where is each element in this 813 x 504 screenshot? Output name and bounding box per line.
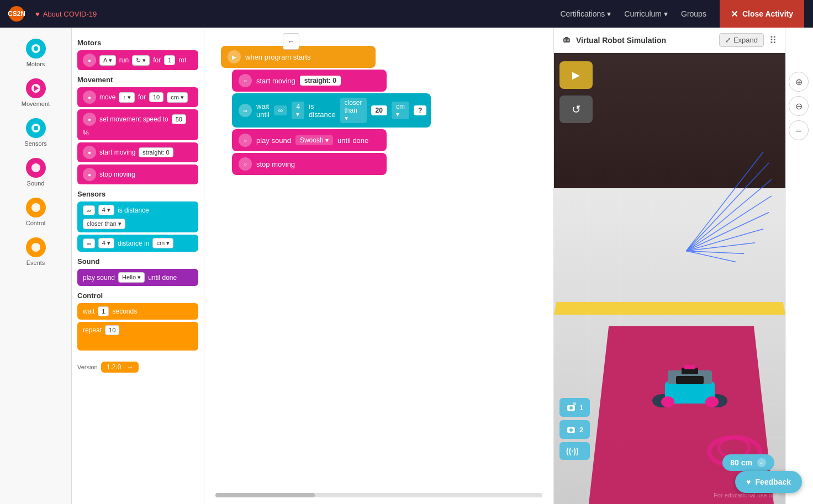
svg-point-7	[31, 203, 40, 212]
sound-section-title: Sound	[77, 257, 198, 266]
camera-1-button[interactable]: 1	[559, 398, 590, 417]
sim-controls: ⤢ Expand ⠿	[719, 33, 778, 47]
svg-point-35	[569, 428, 573, 432]
svg-rect-26	[676, 376, 704, 384]
top-navigation: CS2N ♥ About COVID-19 Certifications Cur…	[0, 0, 813, 28]
svg-point-11	[564, 39, 566, 41]
stop-moving-block[interactable]: ● stop moving	[77, 165, 198, 184]
start-moving-block[interactable]: ● start moving straight: 0	[77, 142, 198, 162]
workspace-blocks: ▶ when program starts ○ start moving str…	[221, 44, 431, 177]
repeat-block[interactable]: repeat 10	[77, 322, 198, 351]
move-block[interactable]: ● move ↑ ▾ for 10 cm ▾	[77, 87, 198, 107]
control-section-title: Control	[77, 291, 198, 300]
heart-icon: ♥	[35, 10, 40, 18]
zoom-in-button[interactable]: ⊕	[789, 72, 809, 92]
svg-point-5	[34, 126, 38, 130]
start-moving-workspace-block[interactable]: ○ start moving straight: 0	[232, 70, 387, 92]
stop-moving-workspace-block[interactable]: ○ stop moving	[232, 153, 387, 175]
wave-icon: ((·))	[566, 447, 579, 455]
camera-2-button[interactable]: 2	[559, 420, 590, 439]
sidebar: Motors Movement Sensors Sound Control	[0, 28, 72, 504]
x-icon: ✕	[731, 9, 738, 19]
wait-block[interactable]: wait 1 seconds	[77, 303, 198, 320]
sidebar-item-sound[interactable]: Sound	[0, 153, 71, 191]
wait-until-block[interactable]: ∞ wait until ∞ 4 ▾ is distance closer th…	[232, 93, 431, 128]
svg-point-29	[705, 396, 719, 407]
set-speed-block[interactable]: ● set movement speed to 50 %	[77, 109, 198, 140]
collapse-panel-button[interactable]: ←	[283, 33, 299, 50]
groups-link[interactable]: Groups	[681, 9, 706, 18]
zoom-out-button[interactable]: ⊖	[789, 96, 809, 116]
is-distance-block[interactable]: ∞ 4 ▾ is distance closer than ▾	[77, 201, 198, 232]
workspace[interactable]: ▶ when program starts ○ start moving str…	[204, 28, 553, 504]
sidebar-item-events[interactable]: Events	[0, 233, 71, 270]
motor-run-block[interactable]: ● A ▾ run ↻ ▾ for 1 rot	[77, 50, 198, 70]
sidebar-item-sensors[interactable]: Sensors	[0, 114, 71, 151]
wave-button[interactable]: ((·))	[559, 442, 590, 460]
sidebar-item-control[interactable]: Control	[0, 193, 71, 231]
expand-button[interactable]: ⤢ Expand	[719, 33, 764, 47]
sidebar-item-motors[interactable]: Motors	[0, 34, 71, 72]
sim-header: Virtual Robot Simulation ⤢ Expand ⠿	[554, 28, 785, 53]
sim-viewport: 1 2 ((·)) 80 cm ∞ For educational use on…	[554, 53, 785, 504]
expand-icon: ⤢	[725, 36, 731, 44]
fit-button[interactable]: ═	[789, 120, 809, 140]
svg-point-8	[31, 243, 40, 252]
play-controls	[559, 61, 593, 123]
camera-icon	[566, 425, 576, 434]
sensor-icon: ∞	[757, 458, 767, 468]
sensors-icon	[26, 118, 46, 138]
play-sound-block[interactable]: play sound Hello ▾ until done	[77, 269, 198, 286]
svg-point-6	[31, 163, 40, 172]
svg-marker-33	[573, 402, 576, 405]
events-icon	[26, 237, 46, 257]
distance-in-block[interactable]: ∞ 4 ▾ distance in cm ▾	[77, 235, 198, 252]
logo[interactable]: CS2N	[9, 6, 24, 22]
block-icon: ●	[83, 146, 96, 159]
sound-icon: ○	[239, 134, 252, 147]
covid-link[interactable]: ♥ About COVID-19	[35, 10, 97, 18]
play-sound-workspace-block[interactable]: ○ play sound Swoosh ▾ until done	[232, 129, 387, 151]
sidebar-item-movement[interactable]: Movement	[0, 74, 71, 112]
right-controls: ⊕ ⊖ ═	[785, 28, 813, 504]
sensors-section-title: Sensors	[77, 190, 198, 198]
robot-icon	[562, 35, 572, 45]
svg-point-12	[567, 39, 569, 41]
close-activity-button[interactable]: ✕ Close Activity	[720, 0, 804, 28]
distance-display: 80 cm ∞	[722, 454, 774, 471]
logo-icon: CS2N	[9, 6, 24, 22]
horizontal-scrollbar[interactable]	[215, 493, 542, 497]
movement-icon	[26, 78, 46, 98]
reset-icon	[572, 103, 581, 116]
chevron-down-icon	[664, 9, 668, 18]
play-button[interactable]	[559, 61, 593, 89]
play-icon	[572, 69, 580, 81]
zoom-controls: ⊕ ⊖ ═	[789, 72, 809, 140]
svg-point-32	[569, 406, 573, 410]
block-icon: ○	[239, 157, 252, 171]
collapse-icon: ←	[287, 37, 295, 46]
camera-controls: 1 2 ((·))	[559, 398, 590, 460]
nav-right: Certifications Curriculum Groups ✕ Close…	[560, 0, 804, 28]
block-icon: ●	[83, 54, 96, 67]
camera-icon	[566, 402, 576, 412]
block-icon: ●	[83, 168, 96, 181]
feedback-button[interactable]: ♥ Feedback	[735, 471, 802, 493]
chevron-down-icon	[607, 9, 611, 18]
sim-title: Virtual Robot Simulation	[562, 35, 666, 45]
robot	[651, 357, 728, 423]
version-area: Version 1.2.0 →	[77, 362, 198, 373]
yellow-strip	[554, 302, 785, 315]
sound-icon	[26, 158, 46, 178]
certifications-menu[interactable]: Certifications	[560, 9, 611, 18]
heart-icon: ♥	[746, 478, 751, 486]
svg-point-1	[34, 46, 38, 51]
block-icon: ○	[239, 74, 252, 87]
simulation-panel: Virtual Robot Simulation ⤢ Expand ⠿	[553, 28, 785, 504]
svg-rect-10	[565, 37, 568, 39]
more-options-icon[interactable]: ⠿	[769, 34, 778, 46]
blocks-panel: Motors ● A ▾ run ↻ ▾ for 1 rot Movement …	[72, 28, 204, 504]
curriculum-menu[interactable]: Curriculum	[624, 9, 668, 18]
reset-button[interactable]	[559, 96, 593, 123]
svg-rect-30	[684, 365, 695, 369]
